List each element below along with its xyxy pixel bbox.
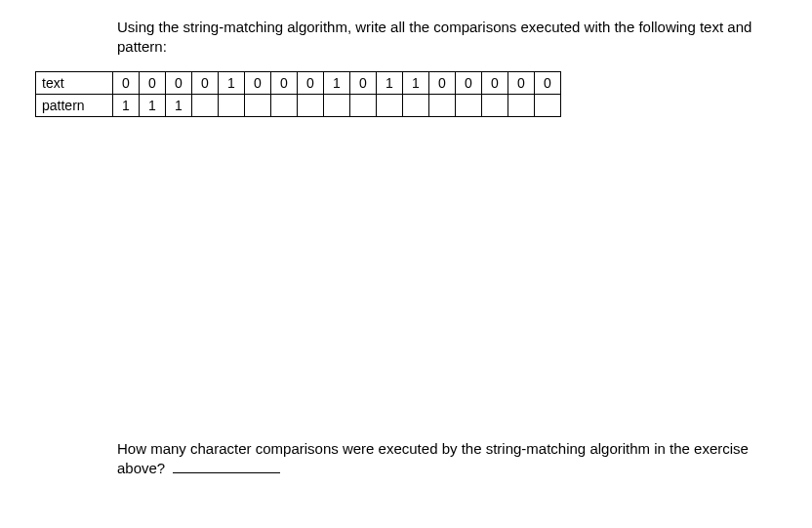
question-prompt: Using the string-matching algorithm, wri…: [117, 18, 753, 58]
pattern-cell: 1: [166, 94, 192, 116]
pattern-cell: [192, 94, 219, 116]
text-cell: 0: [245, 71, 271, 94]
table-row-text: text 0 0 0 0 1 0 0 0 1 0 1 1 0 0 0 0 0: [36, 71, 561, 94]
text-cell: 1: [403, 71, 429, 94]
text-cell: 0: [456, 71, 482, 94]
text-cell: 0: [113, 71, 140, 94]
pattern-cell: [508, 94, 535, 116]
pattern-cell: 1: [113, 94, 140, 116]
text-cell: 0: [192, 71, 219, 94]
pattern-cell: [245, 94, 271, 116]
text-cell: 0: [271, 71, 298, 94]
pattern-cell: [271, 94, 298, 116]
followup-text: How many character comparisons were exec…: [117, 440, 749, 476]
document-page: Using the string-matching algorithm, wri…: [0, 0, 812, 478]
text-cell: 0: [350, 71, 377, 94]
row-label-pattern: pattern: [36, 94, 113, 116]
pattern-cell: 1: [140, 94, 166, 116]
text-cell: 0: [140, 71, 166, 94]
pattern-cell: [219, 94, 245, 116]
pattern-cell: [456, 94, 482, 116]
answer-blank: [173, 472, 280, 473]
pattern-cell: [298, 94, 324, 116]
pattern-cell: [429, 94, 456, 116]
text-cell: 0: [298, 71, 324, 94]
text-cell: 1: [219, 71, 245, 94]
table-row-pattern: pattern 1 1 1: [36, 94, 561, 116]
pattern-cell: [403, 94, 429, 116]
pattern-cell: [535, 94, 561, 116]
text-cell: 0: [166, 71, 192, 94]
text-cell: 1: [324, 71, 350, 94]
pattern-cell: [377, 94, 403, 116]
text-cell: 1: [377, 71, 403, 94]
pattern-cell: [482, 94, 508, 116]
text-cell: 0: [482, 71, 508, 94]
pattern-cell: [350, 94, 377, 116]
row-label-text: text: [36, 71, 113, 94]
pattern-cell: [324, 94, 350, 116]
followup-question: How many character comparisons were exec…: [117, 439, 753, 479]
text-cell: 0: [508, 71, 535, 94]
string-matching-table: text 0 0 0 0 1 0 0 0 1 0 1 1 0 0 0 0 0 p…: [35, 71, 561, 117]
text-cell: 0: [535, 71, 561, 94]
text-cell: 0: [429, 71, 456, 94]
